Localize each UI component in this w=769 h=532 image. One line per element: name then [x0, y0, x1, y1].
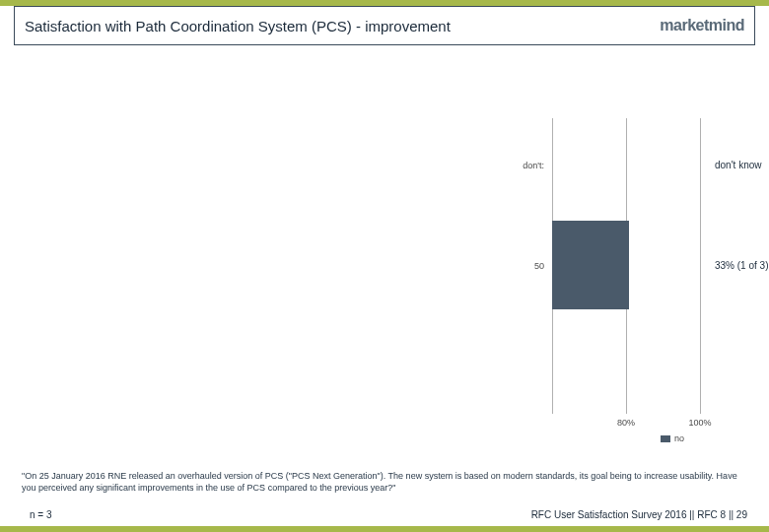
bar-no	[552, 221, 629, 309]
slide: Satisfaction with Path Coordination Syst…	[0, 0, 769, 532]
page-title: Satisfaction with Path Coordination Syst…	[25, 18, 451, 34]
accent-bar-bottom	[0, 526, 769, 532]
y-tick-label: 50	[534, 261, 544, 271]
question-text: "On 25 January 2016 RNE released an over…	[22, 471, 747, 494]
header: Satisfaction with Path Coordination Syst…	[14, 6, 755, 45]
legend-label: no	[674, 433, 684, 443]
y-tick-label: don't:	[523, 161, 544, 170]
chart: don't: 50 80% 100% don't know 33% (1 of …	[552, 118, 700, 433]
legend-swatch	[661, 435, 670, 442]
grid-line	[700, 118, 701, 414]
footer-text: RFC User Satisfaction Survey 2016 || RFC…	[531, 509, 747, 520]
x-tick-label: 100%	[688, 418, 711, 428]
x-tick-label: 80%	[617, 418, 635, 428]
brand-logo: marketmind	[660, 17, 744, 34]
annotation-no: 33% (1 of 3)	[715, 260, 768, 271]
sample-size: n = 3	[30, 509, 52, 520]
annotation-dont-know: don't know	[715, 160, 762, 170]
